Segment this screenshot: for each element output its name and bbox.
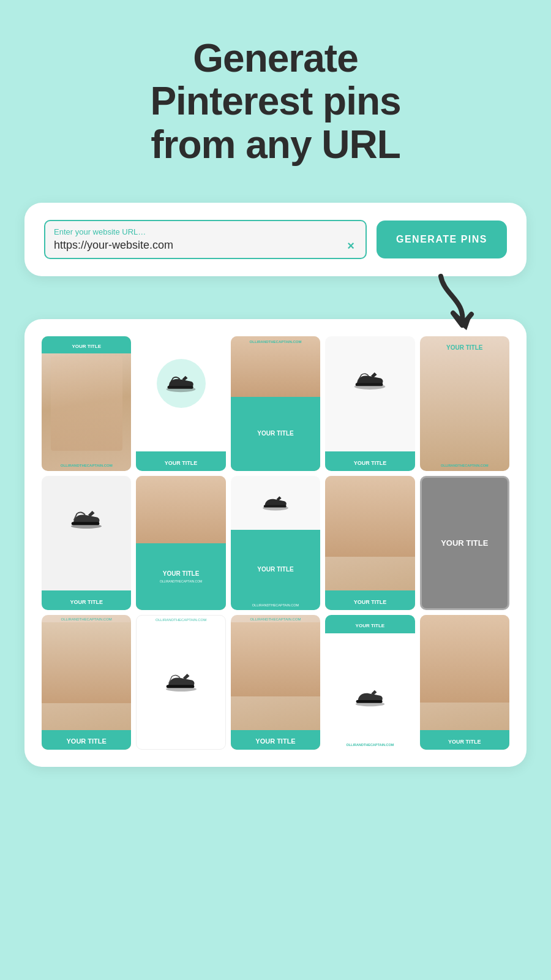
url-card: Enter your website URL… × GENERATE PINS	[24, 203, 527, 276]
pin-site-label: OLLIRANDTHECAPTAIN.COM	[42, 464, 131, 467]
svg-rect-12	[356, 700, 383, 703]
pin-site-top: OLLIRANDTHECAPTAIN.COM	[137, 616, 225, 624]
pin-item[interactable]: YOUR TITLE	[325, 476, 414, 611]
pins-grid: YOUR TITLE OLLIRANDTHECAPTAIN.COM	[42, 336, 509, 750]
pin-teal-bottom-banner: YOUR TITLE	[420, 730, 509, 750]
pin-teal-top-banner: YOUR TITLE	[42, 336, 131, 353]
pin-site: OLLIRANDTHECAPTAIN.COM	[160, 579, 202, 583]
pin-title: YOUR TITLE	[67, 737, 107, 745]
url-input-row: ×	[54, 239, 357, 252]
clear-button[interactable]: ×	[345, 239, 357, 252]
title-line-2: Pinterest pins	[150, 79, 400, 123]
pin-item[interactable]: YOUR TITLE	[420, 476, 509, 611]
shoe-icon	[353, 688, 387, 707]
pin-title: YOUR TITLE	[163, 570, 199, 578]
pin-teal-bottom-banner: YOUR TITLE	[325, 451, 414, 471]
pin-title: YOUR TITLE	[257, 430, 293, 437]
pin-item[interactable]: YOUR TITLE OLLIRANDTHECAPTAIN.COM	[42, 336, 131, 471]
pin-title: YOUR TITLE	[354, 460, 387, 466]
pin-item[interactable]: OLLIRANDTHECAPTAIN.COM YOUR TITLE	[231, 615, 320, 750]
pin-item[interactable]: OLLIRANDTHECAPTAIN.COM	[136, 615, 225, 750]
svg-rect-4	[356, 383, 383, 386]
pin-title: YOUR TITLE	[441, 538, 488, 548]
pin-item[interactable]: YOUR TITLE	[420, 615, 509, 750]
shoe-icon	[69, 509, 104, 530]
pin-site-top: OLLIRANDTHECAPTAIN.COM	[231, 340, 320, 344]
pin-title: YOUR TITLE	[448, 739, 481, 745]
pin-item[interactable]: YOUR TITLE	[325, 336, 414, 471]
pin-item[interactable]: YOUR TITLE OLLIRANDTHECAPTAIN.COM	[231, 476, 320, 611]
pin-item[interactable]: YOUR TITLE OLLIRANDTHECAPTAIN.COM	[136, 476, 225, 611]
pin-item[interactable]: YOUR TITLE OLLIRANDTHECAPTAIN.COM	[325, 615, 414, 750]
pin-site: OLLIRANDTHECAPTAIN.COM	[231, 603, 320, 607]
url-input[interactable]	[54, 239, 340, 252]
shoe-icon	[352, 370, 388, 391]
page-title: Generate Pinterest pins from any URL	[150, 37, 400, 166]
pin-site-label: OLLIRANDTHECAPTAIN.COM	[325, 743, 414, 747]
arrow-wrapper	[24, 270, 527, 331]
pin-title: YOUR TITLE	[255, 737, 295, 745]
shoe-icon	[164, 374, 198, 393]
svg-rect-10	[166, 685, 193, 688]
arrow-icon	[429, 270, 478, 331]
pin-site-top: OLLIRANDTHECAPTAIN.COM	[42, 615, 131, 624]
pin-teal-bottom-banner: YOUR TITLE	[325, 590, 414, 610]
pins-card: YOUR TITLE OLLIRANDTHECAPTAIN.COM	[24, 319, 527, 767]
title-line-1: Generate	[193, 36, 358, 80]
pin-title: YOUR TITLE	[72, 344, 101, 349]
pin-title: YOUR TITLE	[257, 566, 293, 573]
svg-rect-8	[264, 505, 287, 507]
pin-item[interactable]: YOUR TITLE	[136, 336, 225, 471]
pin-item[interactable]: YOUR TITLE OLLIRANDTHECAPTAIN.COM	[420, 336, 509, 471]
shoe-icon	[261, 494, 290, 511]
svg-rect-6	[72, 522, 99, 525]
shoe-icon	[163, 672, 199, 693]
pin-item[interactable]: OLLIRANDTHECAPTAIN.COM YOUR TITLE	[42, 615, 131, 750]
pin-site-label: OLLIRANDTHECAPTAIN.COM	[420, 464, 509, 467]
pin-item[interactable]: YOUR TITLE	[42, 476, 131, 611]
pin-title: YOUR TITLE	[165, 460, 198, 466]
pin-title: YOUR TITLE	[446, 344, 482, 351]
pin-item[interactable]: OLLIRANDTHECAPTAIN.COM YOUR TITLE	[231, 336, 320, 471]
pin-teal-bottom-banner: YOUR TITLE	[42, 590, 131, 610]
pin-teal-bottom-banner: YOUR TITLE	[136, 451, 225, 471]
pin-title: YOUR TITLE	[70, 599, 103, 605]
pin-title: YOUR TITLE	[356, 623, 385, 628]
url-input-label: Enter your website URL…	[54, 227, 357, 236]
title-line-3: from any URL	[151, 123, 400, 167]
svg-rect-2	[168, 386, 193, 389]
pin-site-top: OLLIRANDTHECAPTAIN.COM	[231, 615, 320, 624]
generate-pins-button[interactable]: GENERATE PINS	[377, 221, 507, 258]
pin-title: YOUR TITLE	[354, 599, 387, 605]
url-input-wrapper: Enter your website URL… ×	[44, 220, 367, 259]
